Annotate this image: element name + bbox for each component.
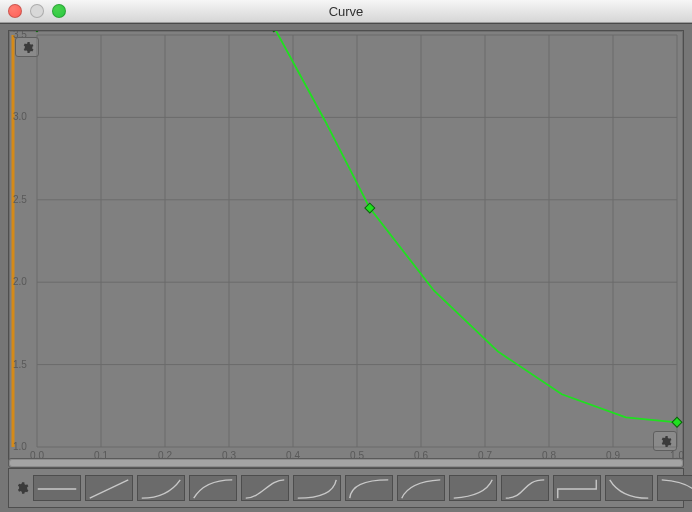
- y-tick-label: 2.5: [13, 194, 27, 205]
- window-title: Curve: [0, 4, 692, 19]
- scrollbar-thumb[interactable]: [10, 460, 682, 466]
- curve-plot[interactable]: 0.00.10.20.30.40.50.60.70.80.91.01.01.52…: [9, 31, 683, 465]
- editor-stage: 0.00.10.20.30.40.50.60.70.80.91.01.01.52…: [0, 23, 692, 512]
- preset-sharp-s[interactable]: [501, 475, 549, 501]
- preset-inv-log[interactable]: [657, 475, 692, 501]
- preset-linear[interactable]: [85, 475, 133, 501]
- preset-slow-in[interactable]: [293, 475, 341, 501]
- svg-rect-18: [32, 31, 42, 32]
- preset-inv-ease[interactable]: [605, 475, 653, 501]
- y-tick-label: 3.0: [13, 111, 27, 122]
- horizontal-scrollbar[interactable]: [8, 458, 684, 468]
- titlebar: Curve: [0, 0, 692, 23]
- preset-step-like[interactable]: [553, 475, 601, 501]
- gear-icon: [15, 481, 29, 495]
- gear-button-bottom-right[interactable]: [653, 431, 677, 451]
- preset-strip: [8, 468, 684, 508]
- preset-slow-out[interactable]: [345, 475, 393, 501]
- y-tick-label: 1.5: [13, 359, 27, 370]
- preset-ease-out[interactable]: [189, 475, 237, 501]
- preset-flat[interactable]: [33, 475, 81, 501]
- gear-icon: [659, 435, 672, 448]
- preset-ease-in[interactable]: [137, 475, 185, 501]
- gear-icon: [21, 41, 34, 54]
- preset-settings-button[interactable]: [15, 477, 29, 499]
- curve-canvas[interactable]: 0.00.10.20.30.40.50.60.70.80.91.01.01.52…: [8, 30, 684, 466]
- preset-exp[interactable]: [449, 475, 497, 501]
- keyframe-handle[interactable]: [672, 417, 682, 427]
- preset-log[interactable]: [397, 475, 445, 501]
- y-tick-label: 2.0: [13, 276, 27, 287]
- preset-s-curve[interactable]: [241, 475, 289, 501]
- svg-rect-21: [672, 417, 682, 427]
- y-tick-label: 1.0: [13, 441, 27, 452]
- gear-button-top-left[interactable]: [15, 37, 39, 57]
- keyframe-handle[interactable]: [32, 31, 42, 32]
